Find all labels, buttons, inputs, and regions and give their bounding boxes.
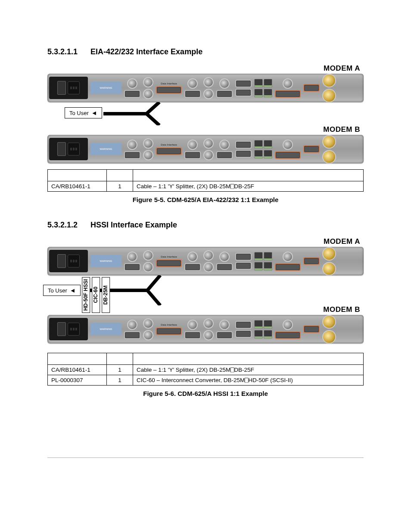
section-heading-2: 5.3.2.1.2 HSSI Interface Example	[47, 221, 364, 230]
section-title: HSSI Interface Example	[90, 221, 177, 230]
db25m-label: DB-25M	[102, 277, 110, 313]
table-row: PL-0000307 1 CIC-60 – Interconnect Conve…	[48, 375, 364, 386]
parts-table-1: CA/RB10461-1 1 Cable – 1:1 'Y' Splitter,…	[47, 169, 364, 192]
parts-table-2: CA/RB10461-1 1 Cable – 1:1 'Y' Splitter,…	[47, 353, 364, 386]
modem-a-label-2: MODEM A	[47, 237, 360, 246]
modem-b-panel: WARNING Data Interface	[47, 135, 364, 163]
section-title: EIA-422/232 Interface Example	[90, 47, 202, 56]
footer-divider	[47, 457, 364, 458]
table-row: CA/RB10461-1 1 Cable – 1:1 'Y' Splitter,…	[48, 365, 364, 375]
to-user-label: To User ◄	[65, 107, 102, 118]
section-number: 5.3.2.1.1	[47, 47, 90, 56]
page: 5.3.2.1.1 EIA-422/232 Interface Example …	[0, 0, 411, 488]
figure-2: MODEM A WARNING Data Interface	[47, 237, 364, 397]
converter-labels: HD-50F HSSI CIC-60 DB-25M	[82, 277, 110, 313]
modem-a-panel: WARNING Data Interface	[47, 74, 364, 102]
section-number: 5.3.2.1.2	[47, 221, 90, 230]
table-row: CA/RB10461-1 1 Cable – 1:1 'Y' Splitter,…	[48, 181, 364, 192]
modem-a-label: MODEM A	[47, 64, 360, 73]
cic60-label: CIC-60	[92, 277, 100, 313]
figure-caption-1: Figure 5-5. CDM-625/A EIA-422/232 1:1 Ex…	[47, 196, 364, 203]
figure-1: MODEM A WARNING Data Interface	[47, 64, 364, 203]
to-user-label-2: To User ◄	[43, 285, 81, 296]
figure-caption-2: Figure 5-6. CDM-625/A HSSI 1:1 Example	[47, 390, 364, 397]
modem-b-panel-2: WARNING Data Interface	[47, 315, 364, 343]
arrow-left-icon: ◄	[91, 109, 97, 116]
arrow-left-icon: ◄	[70, 287, 76, 294]
modem-b-label: MODEM B	[47, 125, 360, 134]
hd50f-label: HD-50F HSSI	[82, 277, 90, 313]
modem-a-panel-2: WARNING Data Interface	[47, 247, 364, 275]
section-heading-1: 5.3.2.1.1 EIA-422/232 Interface Example	[47, 47, 364, 56]
